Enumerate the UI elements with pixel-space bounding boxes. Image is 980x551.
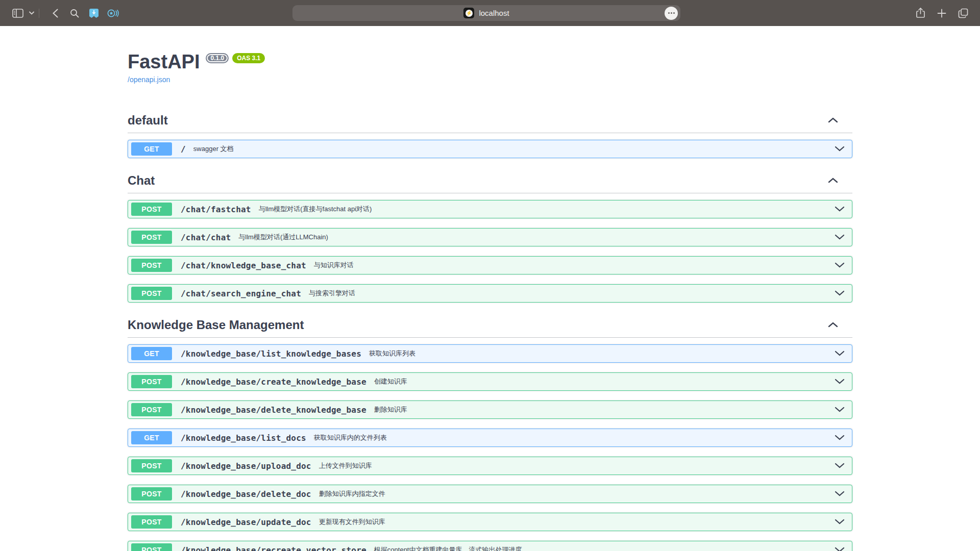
endpoint-path: /knowledge_base/list_docs <box>181 433 306 443</box>
endpoint-row[interactable]: GET/knowledge_base/list_knowledge_bases获… <box>128 344 852 363</box>
endpoint-path: /knowledge_base/upload_doc <box>181 461 311 471</box>
endpoint-summary: 创建知识库 <box>374 377 407 386</box>
section-header[interactable]: Chat <box>128 168 852 193</box>
api-section: defaultGET/swagger 文档 <box>128 108 852 158</box>
chevron-down-icon[interactable] <box>835 349 845 358</box>
endpoint-path: / <box>181 144 186 154</box>
endpoint-summary: 删除知识库 <box>374 405 407 414</box>
method-badge: GET <box>131 347 172 360</box>
chevron-down-icon[interactable] <box>27 5 37 22</box>
endpoint-summary: swagger 文档 <box>193 144 234 154</box>
endpoint-list: GET/knowledge_base/list_knowledge_bases获… <box>128 338 852 551</box>
section-title: Chat <box>128 173 155 188</box>
address-bar[interactable]: ⚡ localhost <box>292 5 680 21</box>
endpoint-summary: 与搜索引擎对话 <box>309 289 355 298</box>
endpoint-row[interactable]: POST/chat/fastchat与llm模型对话(直接与fastchat a… <box>128 200 852 218</box>
lightning-icon: ⚡ <box>465 10 473 17</box>
api-info: FastAPI 0.1.0 OAS 3.1 <box>128 52 852 72</box>
chevron-up-icon[interactable] <box>828 116 838 125</box>
endpoint-summary: 获取知识库列表 <box>369 349 415 358</box>
method-badge: POST <box>131 231 172 244</box>
endpoint-path: /knowledge_base/delete_knowledge_base <box>181 405 366 415</box>
endpoint-row[interactable]: POST/knowledge_base/recreate_vector_stor… <box>128 541 852 551</box>
endpoint-row[interactable]: POST/knowledge_base/delete_knowledge_bas… <box>128 400 852 419</box>
endpoint-path: /knowledge_base/list_knowledge_bases <box>181 349 361 359</box>
version-badge: 0.1.0 <box>206 53 229 63</box>
endpoint-row[interactable]: POST/chat/chat与llm模型对话(通过LLMChain) <box>128 228 852 246</box>
site-chip: ⚡ localhost <box>463 8 509 18</box>
chevron-down-icon[interactable] <box>835 433 845 442</box>
chevron-up-icon[interactable] <box>828 320 838 330</box>
share-icon[interactable] <box>912 5 929 22</box>
endpoint-row[interactable]: POST/chat/search_engine_chat与搜索引擎对话 <box>128 284 852 303</box>
chevron-down-icon[interactable] <box>835 289 845 298</box>
page-title: FastAPI <box>128 52 200 72</box>
method-badge: POST <box>131 203 172 216</box>
method-badge: POST <box>131 459 172 472</box>
pinned-tab-live-icon[interactable] <box>105 5 122 22</box>
search-icon[interactable] <box>66 5 83 22</box>
endpoint-path: /knowledge_base/update_doc <box>181 517 311 527</box>
api-section: ChatPOST/chat/fastchat与llm模型对话(直接与fastch… <box>128 168 852 303</box>
oas-badge: OAS 3.1 <box>232 53 265 63</box>
endpoint-path: /chat/chat <box>181 233 231 242</box>
method-badge: GET <box>131 431 172 444</box>
section-header[interactable]: default <box>128 108 852 133</box>
endpoint-path: /knowledge_base/delete_doc <box>181 489 311 499</box>
method-badge: POST <box>131 287 172 300</box>
chevron-down-icon[interactable] <box>835 261 845 270</box>
url-text: localhost <box>479 9 509 17</box>
pinned-tab-bookmark-icon[interactable] <box>85 5 103 22</box>
endpoint-row[interactable]: POST/knowledge_base/delete_doc删除知识库内指定文件 <box>128 485 852 503</box>
new-tab-icon[interactable] <box>933 5 950 22</box>
openapi-json-link[interactable]: /openapi.json <box>128 76 170 84</box>
endpoint-path: /chat/knowledge_base_chat <box>181 261 306 270</box>
sidebar-icon[interactable] <box>9 5 27 22</box>
endpoint-path: /chat/fastchat <box>181 205 251 214</box>
section-title: default <box>128 113 168 128</box>
endpoint-row[interactable]: POST/chat/knowledge_base_chat与知识库对话 <box>128 256 852 274</box>
endpoint-path: /knowledge_base/create_knowledge_base <box>181 377 366 387</box>
endpoint-summary: 更新现有文件到知识库 <box>319 517 385 527</box>
section-title: Knowledge Base Management <box>128 317 304 332</box>
chevron-down-icon[interactable] <box>835 377 845 386</box>
endpoint-summary: 根据content中文档重建向量库，流式输出处理进度。 <box>374 545 529 551</box>
endpoint-list: POST/chat/fastchat与llm模型对话(直接与fastchat a… <box>128 193 852 303</box>
endpoint-row[interactable]: POST/knowledge_base/update_doc更新现有文件到知识库 <box>128 513 852 531</box>
method-badge: POST <box>131 487 172 500</box>
api-section: Knowledge Base ManagementGET/knowledge_b… <box>128 312 852 551</box>
section-header[interactable]: Knowledge Base Management <box>128 312 852 338</box>
chevron-down-icon[interactable] <box>835 233 845 242</box>
endpoint-summary: 与知识库对话 <box>314 261 354 270</box>
chevron-down-icon[interactable] <box>835 144 845 154</box>
api-sections: defaultGET/swagger 文档ChatPOST/chat/fastc… <box>128 108 852 551</box>
method-badge: POST <box>131 515 172 529</box>
chevron-down-icon[interactable] <box>835 545 845 551</box>
endpoint-summary: 获取知识库内的文件列表 <box>314 433 387 442</box>
endpoint-row[interactable]: POST/knowledge_base/create_knowledge_bas… <box>128 372 852 391</box>
endpoint-row[interactable]: GET/swagger 文档 <box>128 140 852 158</box>
extension-ellipsis-icon[interactable] <box>665 7 678 20</box>
method-badge: POST <box>131 259 172 272</box>
endpoint-row[interactable]: POST/knowledge_base/upload_doc上传文件到知识库 <box>128 457 852 475</box>
site-favicon: ⚡ <box>463 8 474 18</box>
chevron-down-icon[interactable] <box>835 205 845 214</box>
tab-overview-icon[interactable] <box>954 5 972 22</box>
toolbar-divider <box>39 9 39 18</box>
endpoint-path: /knowledge_base/recreate_vector_store <box>181 545 366 551</box>
chevron-down-icon[interactable] <box>835 489 845 498</box>
chevron-down-icon[interactable] <box>835 517 845 527</box>
endpoint-summary: 与llm模型对话(通过LLMChain) <box>238 233 328 242</box>
chevron-down-icon[interactable] <box>835 405 845 414</box>
endpoint-list: GET/swagger 文档 <box>128 133 852 158</box>
browser-toolbar: ⚡ localhost <box>0 0 980 26</box>
chevron-down-icon[interactable] <box>835 461 845 470</box>
endpoint-row[interactable]: GET/knowledge_base/list_docs获取知识库内的文件列表 <box>128 429 852 447</box>
method-badge: POST <box>131 375 172 388</box>
endpoint-summary: 与llm模型对话(直接与fastchat api对话) <box>259 205 372 214</box>
swagger-page: FastAPI 0.1.0 OAS 3.1 /openapi.json defa… <box>128 26 852 551</box>
endpoint-path: /chat/search_engine_chat <box>181 289 301 298</box>
method-badge: GET <box>131 142 172 156</box>
back-icon[interactable] <box>46 5 64 22</box>
chevron-up-icon[interactable] <box>828 176 838 185</box>
